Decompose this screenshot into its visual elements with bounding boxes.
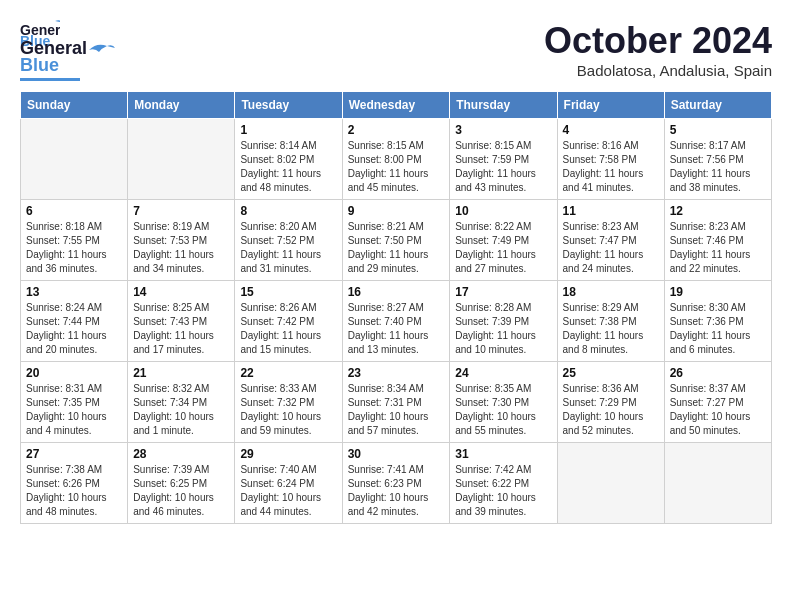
calendar-cell: 20Sunrise: 8:31 AMSunset: 7:35 PMDayligh… <box>21 362 128 443</box>
day-number: 15 <box>240 285 336 299</box>
day-info: Sunrise: 8:36 AMSunset: 7:29 PMDaylight:… <box>563 382 659 438</box>
bird-icon <box>87 40 115 58</box>
day-info: Sunrise: 8:26 AMSunset: 7:42 PMDaylight:… <box>240 301 336 357</box>
logo: General Blue General Blue <box>20 20 115 81</box>
day-number: 29 <box>240 447 336 461</box>
day-number: 4 <box>563 123 659 137</box>
day-number: 10 <box>455 204 551 218</box>
calendar-cell: 22Sunrise: 8:33 AMSunset: 7:32 PMDayligh… <box>235 362 342 443</box>
calendar-week-row: 6Sunrise: 8:18 AMSunset: 7:55 PMDaylight… <box>21 200 772 281</box>
day-info: Sunrise: 8:23 AMSunset: 7:47 PMDaylight:… <box>563 220 659 276</box>
calendar-week-row: 1Sunrise: 8:14 AMSunset: 8:02 PMDaylight… <box>21 119 772 200</box>
header-tuesday: Tuesday <box>235 92 342 119</box>
day-info: Sunrise: 8:33 AMSunset: 7:32 PMDaylight:… <box>240 382 336 438</box>
day-number: 28 <box>133 447 229 461</box>
day-number: 27 <box>26 447 122 461</box>
title-section: October 2024 Badolatosa, Andalusia, Spai… <box>544 20 772 79</box>
day-info: Sunrise: 8:29 AMSunset: 7:38 PMDaylight:… <box>563 301 659 357</box>
header-thursday: Thursday <box>450 92 557 119</box>
calendar-cell: 25Sunrise: 8:36 AMSunset: 7:29 PMDayligh… <box>557 362 664 443</box>
calendar-week-row: 20Sunrise: 8:31 AMSunset: 7:35 PMDayligh… <box>21 362 772 443</box>
calendar-cell: 27Sunrise: 7:38 AMSunset: 6:26 PMDayligh… <box>21 443 128 524</box>
day-info: Sunrise: 8:20 AMSunset: 7:52 PMDaylight:… <box>240 220 336 276</box>
calendar-cell: 3Sunrise: 8:15 AMSunset: 7:59 PMDaylight… <box>450 119 557 200</box>
day-info: Sunrise: 8:37 AMSunset: 7:27 PMDaylight:… <box>670 382 766 438</box>
day-number: 16 <box>348 285 445 299</box>
day-number: 22 <box>240 366 336 380</box>
calendar-cell: 11Sunrise: 8:23 AMSunset: 7:47 PMDayligh… <box>557 200 664 281</box>
calendar-cell <box>21 119 128 200</box>
day-info: Sunrise: 8:17 AMSunset: 7:56 PMDaylight:… <box>670 139 766 195</box>
day-info: Sunrise: 8:35 AMSunset: 7:30 PMDaylight:… <box>455 382 551 438</box>
day-info: Sunrise: 8:21 AMSunset: 7:50 PMDaylight:… <box>348 220 445 276</box>
day-number: 19 <box>670 285 766 299</box>
day-info: Sunrise: 7:38 AMSunset: 6:26 PMDaylight:… <box>26 463 122 519</box>
day-info: Sunrise: 8:28 AMSunset: 7:39 PMDaylight:… <box>455 301 551 357</box>
calendar-cell: 24Sunrise: 8:35 AMSunset: 7:30 PMDayligh… <box>450 362 557 443</box>
month-title: October 2024 <box>544 20 772 62</box>
day-number: 26 <box>670 366 766 380</box>
calendar-cell: 8Sunrise: 8:20 AMSunset: 7:52 PMDaylight… <box>235 200 342 281</box>
day-number: 21 <box>133 366 229 380</box>
day-info: Sunrise: 8:15 AMSunset: 7:59 PMDaylight:… <box>455 139 551 195</box>
calendar-cell: 1Sunrise: 8:14 AMSunset: 8:02 PMDaylight… <box>235 119 342 200</box>
header-wednesday: Wednesday <box>342 92 450 119</box>
calendar-cell: 26Sunrise: 8:37 AMSunset: 7:27 PMDayligh… <box>664 362 771 443</box>
header-monday: Monday <box>128 92 235 119</box>
calendar-header-row: Sunday Monday Tuesday Wednesday Thursday… <box>21 92 772 119</box>
day-info: Sunrise: 8:32 AMSunset: 7:34 PMDaylight:… <box>133 382 229 438</box>
day-info: Sunrise: 8:30 AMSunset: 7:36 PMDaylight:… <box>670 301 766 357</box>
day-number: 20 <box>26 366 122 380</box>
day-info: Sunrise: 8:34 AMSunset: 7:31 PMDaylight:… <box>348 382 445 438</box>
day-number: 24 <box>455 366 551 380</box>
day-info: Sunrise: 8:24 AMSunset: 7:44 PMDaylight:… <box>26 301 122 357</box>
calendar-cell: 9Sunrise: 8:21 AMSunset: 7:50 PMDaylight… <box>342 200 450 281</box>
day-number: 31 <box>455 447 551 461</box>
calendar-cell: 12Sunrise: 8:23 AMSunset: 7:46 PMDayligh… <box>664 200 771 281</box>
day-number: 30 <box>348 447 445 461</box>
day-number: 5 <box>670 123 766 137</box>
day-number: 14 <box>133 285 229 299</box>
logo-blue: Blue <box>20 55 59 76</box>
calendar-cell: 15Sunrise: 8:26 AMSunset: 7:42 PMDayligh… <box>235 281 342 362</box>
day-number: 12 <box>670 204 766 218</box>
day-info: Sunrise: 8:18 AMSunset: 7:55 PMDaylight:… <box>26 220 122 276</box>
calendar-cell: 21Sunrise: 8:32 AMSunset: 7:34 PMDayligh… <box>128 362 235 443</box>
calendar-cell: 13Sunrise: 8:24 AMSunset: 7:44 PMDayligh… <box>21 281 128 362</box>
calendar-cell: 4Sunrise: 8:16 AMSunset: 7:58 PMDaylight… <box>557 119 664 200</box>
calendar-cell: 19Sunrise: 8:30 AMSunset: 7:36 PMDayligh… <box>664 281 771 362</box>
calendar-cell <box>128 119 235 200</box>
day-number: 8 <box>240 204 336 218</box>
day-number: 2 <box>348 123 445 137</box>
day-info: Sunrise: 8:25 AMSunset: 7:43 PMDaylight:… <box>133 301 229 357</box>
day-info: Sunrise: 8:14 AMSunset: 8:02 PMDaylight:… <box>240 139 336 195</box>
calendar-week-row: 13Sunrise: 8:24 AMSunset: 7:44 PMDayligh… <box>21 281 772 362</box>
day-info: Sunrise: 7:42 AMSunset: 6:22 PMDaylight:… <box>455 463 551 519</box>
day-info: Sunrise: 8:19 AMSunset: 7:53 PMDaylight:… <box>133 220 229 276</box>
day-number: 17 <box>455 285 551 299</box>
calendar-table: Sunday Monday Tuesday Wednesday Thursday… <box>20 91 772 524</box>
calendar-cell <box>557 443 664 524</box>
day-number: 11 <box>563 204 659 218</box>
day-info: Sunrise: 8:16 AMSunset: 7:58 PMDaylight:… <box>563 139 659 195</box>
day-number: 7 <box>133 204 229 218</box>
day-info: Sunrise: 7:39 AMSunset: 6:25 PMDaylight:… <box>133 463 229 519</box>
day-number: 1 <box>240 123 336 137</box>
day-info: Sunrise: 8:31 AMSunset: 7:35 PMDaylight:… <box>26 382 122 438</box>
calendar-cell: 28Sunrise: 7:39 AMSunset: 6:25 PMDayligh… <box>128 443 235 524</box>
location-subtitle: Badolatosa, Andalusia, Spain <box>544 62 772 79</box>
calendar-cell: 29Sunrise: 7:40 AMSunset: 6:24 PMDayligh… <box>235 443 342 524</box>
calendar-cell: 7Sunrise: 8:19 AMSunset: 7:53 PMDaylight… <box>128 200 235 281</box>
calendar-cell <box>664 443 771 524</box>
header-sunday: Sunday <box>21 92 128 119</box>
calendar-week-row: 27Sunrise: 7:38 AMSunset: 6:26 PMDayligh… <box>21 443 772 524</box>
calendar-cell: 31Sunrise: 7:42 AMSunset: 6:22 PMDayligh… <box>450 443 557 524</box>
day-info: Sunrise: 7:40 AMSunset: 6:24 PMDaylight:… <box>240 463 336 519</box>
day-number: 13 <box>26 285 122 299</box>
calendar-cell: 5Sunrise: 8:17 AMSunset: 7:56 PMDaylight… <box>664 119 771 200</box>
logo-underline <box>20 78 80 81</box>
day-number: 23 <box>348 366 445 380</box>
calendar-cell: 16Sunrise: 8:27 AMSunset: 7:40 PMDayligh… <box>342 281 450 362</box>
day-info: Sunrise: 8:27 AMSunset: 7:40 PMDaylight:… <box>348 301 445 357</box>
day-number: 25 <box>563 366 659 380</box>
